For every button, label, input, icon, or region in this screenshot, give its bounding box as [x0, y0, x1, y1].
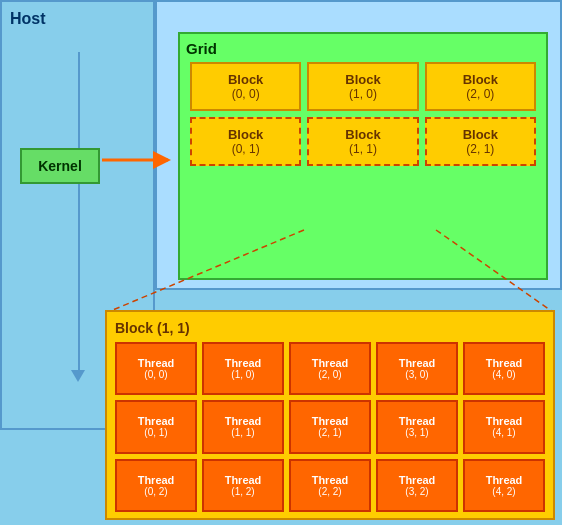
thread-coord: (1, 0): [231, 369, 254, 380]
thread-coord: (0, 2): [144, 486, 167, 497]
block-coord: (2, 0): [431, 87, 530, 101]
thread-1-0: Thread (1, 0): [202, 342, 284, 395]
thread-coord: (2, 0): [318, 369, 341, 380]
block-title: Block: [196, 72, 295, 87]
kernel-box: Kernel: [20, 148, 100, 184]
thread-title: Thread: [399, 357, 436, 369]
thread-coord: (0, 0): [144, 369, 167, 380]
thread-2-2: Thread (2, 2): [289, 459, 371, 512]
block-coord: (2, 1): [431, 142, 530, 156]
block-coord: (0, 1): [196, 142, 295, 156]
host-label: Host: [10, 10, 46, 28]
thread-2-1: Thread (2, 1): [289, 400, 371, 453]
expanded-block: Block (1, 1) Thread (0, 0) Thread (1, 0)…: [105, 310, 555, 520]
thread-0-2: Thread (0, 2): [115, 459, 197, 512]
block-cell-1-1: Block (1, 1): [307, 117, 418, 166]
thread-coord: (3, 0): [405, 369, 428, 380]
block-title: Block: [313, 72, 412, 87]
thread-coord: (1, 2): [231, 486, 254, 497]
thread-4-2: Thread (4, 2): [463, 459, 545, 512]
expanded-block-label: Block (1, 1): [115, 320, 545, 336]
block-coord: (1, 0): [313, 87, 412, 101]
thread-title: Thread: [138, 415, 175, 427]
thread-title: Thread: [399, 474, 436, 486]
thread-title: Thread: [312, 357, 349, 369]
thread-title: Thread: [138, 357, 175, 369]
thread-3-2: Thread (3, 2): [376, 459, 458, 512]
thread-title: Thread: [225, 415, 262, 427]
threads-grid: Thread (0, 0) Thread (1, 0) Thread (2, 0…: [115, 342, 545, 512]
thread-4-0: Thread (4, 0): [463, 342, 545, 395]
thread-1-1: Thread (1, 1): [202, 400, 284, 453]
kernel-arrow: [100, 150, 180, 170]
thread-coord: (2, 2): [318, 486, 341, 497]
thread-coord: (0, 1): [144, 427, 167, 438]
thread-title: Thread: [486, 357, 523, 369]
thread-title: Thread: [399, 415, 436, 427]
block-coord: (1, 1): [313, 142, 412, 156]
thread-0-0: Thread (0, 0): [115, 342, 197, 395]
block-cell-2-0: Block (2, 0): [425, 62, 536, 111]
thread-coord: (4, 2): [492, 486, 515, 497]
block-title: Block: [431, 127, 530, 142]
block-cell-0-1: Block (0, 1): [190, 117, 301, 166]
thread-2-0: Thread (2, 0): [289, 342, 371, 395]
kernel-label: Kernel: [38, 158, 82, 174]
block-cell-1-0: Block (1, 0): [307, 62, 418, 111]
block-cell-2-1: Block (2, 1): [425, 117, 536, 166]
thread-title: Thread: [225, 357, 262, 369]
thread-coord: (4, 0): [492, 369, 515, 380]
block-coord: (0, 0): [196, 87, 295, 101]
grid-label: Grid: [186, 40, 217, 57]
host-arrow-head: [71, 370, 85, 382]
grid-blocks-container: Block (0, 0) Block (1, 0) Block (2, 0) B…: [186, 58, 540, 170]
thread-title: Thread: [225, 474, 262, 486]
thread-title: Thread: [486, 474, 523, 486]
thread-title: Thread: [312, 474, 349, 486]
block-title: Block: [196, 127, 295, 142]
thread-coord: (1, 1): [231, 427, 254, 438]
thread-coord: (4, 1): [492, 427, 515, 438]
thread-coord: (3, 2): [405, 486, 428, 497]
block-title: Block: [313, 127, 412, 142]
thread-coord: (3, 1): [405, 427, 428, 438]
thread-title: Thread: [138, 474, 175, 486]
thread-4-1: Thread (4, 1): [463, 400, 545, 453]
thread-title: Thread: [312, 415, 349, 427]
block-title: Block: [431, 72, 530, 87]
block-cell-0-0: Block (0, 0): [190, 62, 301, 111]
thread-3-1: Thread (3, 1): [376, 400, 458, 453]
thread-0-1: Thread (0, 1): [115, 400, 197, 453]
thread-1-2: Thread (1, 2): [202, 459, 284, 512]
host-line: [78, 52, 80, 372]
thread-title: Thread: [486, 415, 523, 427]
thread-3-0: Thread (3, 0): [376, 342, 458, 395]
thread-coord: (2, 1): [318, 427, 341, 438]
